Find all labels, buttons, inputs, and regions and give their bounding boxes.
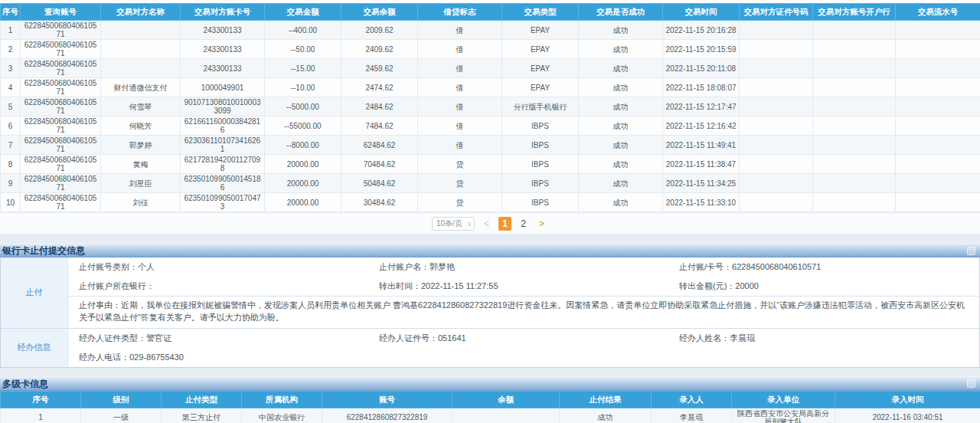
table-row: 106228450068040610571刘佳62350109905001704… <box>1 193 980 212</box>
stop-payment-info-box: 止付 止付账号类别：个人 止付账户名：郭梦艳 止付账/卡号：6228450068… <box>0 257 980 368</box>
column-header: 交易是否成功 <box>579 4 663 21</box>
collapse-icon[interactable] <box>967 379 975 388</box>
column-header: 所属机构 <box>242 391 322 408</box>
cell: 5 <box>1 97 21 116</box>
cell: 2022-11-15 20:11:08 <box>663 59 740 78</box>
cell: 6228412860827322819 <box>322 408 452 423</box>
cell: EPAY <box>502 78 579 97</box>
multilevel-section-header: 多级卡信息 <box>0 377 980 391</box>
cell: 1 <box>1 408 81 423</box>
cell: 成功 <box>579 116 663 136</box>
cell: 2009.62 <box>341 21 418 40</box>
cell: 何晓芳 <box>101 116 181 136</box>
cell <box>740 59 813 78</box>
cell: 刘佳 <box>101 193 181 212</box>
cell: 243300133 <box>181 59 265 78</box>
cell: 30484.62 <box>341 193 418 212</box>
cell: --55000.00 <box>265 116 341 136</box>
transfer-amount-field: 转出金额(元)：20000 <box>668 280 979 292</box>
cell <box>813 174 896 193</box>
cell <box>813 40 896 59</box>
cell: 成功 <box>579 59 663 78</box>
page-button-2[interactable]: 2 <box>517 217 530 231</box>
cell: 1000049901 <box>181 78 265 97</box>
cell: 2474.62 <box>341 78 418 97</box>
cell: 李晨琨 <box>652 408 732 423</box>
cell: 2022-11-15 11:38:47 <box>663 155 740 174</box>
column-header: 交易余额 <box>341 4 418 21</box>
column-header: 交易金额 <box>265 4 341 21</box>
cell: 243300133 <box>181 21 265 40</box>
cell <box>452 408 560 423</box>
stop-payment-group-label: 止付 <box>1 257 68 328</box>
prev-page-button[interactable]: < <box>480 217 493 231</box>
cell <box>740 40 813 59</box>
cell: EPAY <box>502 21 579 40</box>
cell: 243300133 <box>181 40 265 59</box>
cell <box>813 97 896 116</box>
stop-payment-section-title: 银行卡止付提交信息 <box>2 246 85 255</box>
field-row: 止付账户所在银行： 转出时间：2022-11-15 11:27:55 转出金额(… <box>68 277 979 296</box>
transfer-time-field: 转出时间：2022-11-15 11:27:55 <box>368 280 668 292</box>
column-header: 交易对方账号开户行 <box>813 4 896 21</box>
cell: 2022-11-15 12:17:47 <box>663 97 740 116</box>
cell: 成功 <box>579 193 663 212</box>
cell: 20000.00 <box>265 155 341 174</box>
table-row: 66228450068040610571何晓芳62166116000038428… <box>1 116 980 136</box>
cell: IBPS <box>502 155 579 174</box>
header-row: 序号查询账号交易对方名称交易对方账卡号交易金额交易余额借贷标志交易类型交易是否成… <box>1 4 980 21</box>
cell <box>896 155 980 174</box>
cell: 8 <box>1 155 21 174</box>
cell: 成功 <box>579 40 663 59</box>
field-row: 经办人证件类型：警官证 经办人证件号：051641 经办人姓名：李晨琨 <box>68 329 979 348</box>
cell <box>813 136 896 155</box>
cell <box>740 78 813 97</box>
cell <box>101 40 181 59</box>
column-header: 查询账号 <box>21 4 101 21</box>
cell: IBPS <box>502 174 579 193</box>
page-button-1[interactable]: 1 <box>498 217 511 231</box>
field-row: 止付账号类别：个人 止付账户名：郭梦艳 止付账/卡号：6228450068040… <box>68 257 979 277</box>
cell: 中国农业银行 <box>242 408 322 423</box>
cell: 成功 <box>579 78 663 97</box>
cell: 贷 <box>418 174 502 193</box>
column-header: 录入单位 <box>732 391 835 408</box>
cell: IBPS <box>502 136 579 155</box>
cell: --50.00 <box>265 40 341 59</box>
multilevel-panel: 序号级别止付类型所属机构账号余额止付结果录入人录入单位录入时间1一级第三方止付中… <box>0 391 980 423</box>
cell: --8000.00 <box>265 136 341 155</box>
multilevel-section-title: 多级卡信息 <box>2 379 48 389</box>
cell: 6228450068040610571 <box>21 155 101 174</box>
column-header: 交易对方名称 <box>101 4 181 21</box>
cell: 2022-11-15 18:08:07 <box>663 78 740 97</box>
cell: 6235010990500145186 <box>181 174 265 193</box>
pagination-bar: 10条/页 ∨ < 1 2 > <box>0 212 980 234</box>
cell <box>896 136 980 155</box>
table-row: 46228450068040610571财付通微信支付1000049901--1… <box>1 78 980 97</box>
cell: 黄梅 <box>101 155 181 174</box>
column-header: 录入时间 <box>835 391 980 408</box>
page-size-select[interactable]: 10条/页 ∨ <box>432 217 475 231</box>
cell <box>740 193 813 212</box>
cell <box>896 59 980 78</box>
next-page-button[interactable]: > <box>535 217 548 231</box>
cell: EPAY <box>502 40 579 59</box>
cell: 成功 <box>560 408 652 423</box>
cell <box>813 116 896 136</box>
cell: 50484.62 <box>341 174 418 193</box>
collapse-icon[interactable] <box>967 247 975 255</box>
cell: 借 <box>418 116 502 136</box>
stop-card-number-field: 止付账/卡号：6228450068040610571 <box>668 261 979 273</box>
section-gap <box>0 234 980 244</box>
cell: 7484.62 <box>341 116 418 136</box>
column-header: 交易对方账卡号 <box>181 4 265 21</box>
cell: 9 <box>1 174 21 193</box>
handler-group: 经办信息 经办人证件类型：警官证 经办人证件号：051641 经办人姓名：李晨琨… <box>1 328 979 367</box>
cell: 6235010990500170473 <box>181 193 265 212</box>
cell: 6 <box>1 116 21 136</box>
cell <box>740 136 813 155</box>
stop-payment-reason: 止付事由：近期，我单位在接报刘妮被骗警情中，发现涉案人员利用贵单位相关账户 曹鸿… <box>68 296 979 328</box>
cell: 贷 <box>418 193 502 212</box>
handler-group-label: 经办信息 <box>1 329 68 367</box>
column-header: 止付结果 <box>560 391 652 408</box>
